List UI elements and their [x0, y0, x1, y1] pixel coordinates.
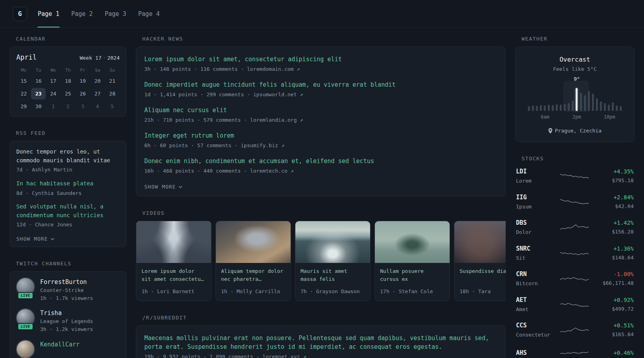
weather-bar-fill [616, 105, 618, 111]
weather-bar [619, 86, 623, 111]
feed-post-title[interactable]: Donec enim nibh, condimentum et accumsan… [144, 157, 497, 166]
video-card[interactable]: Suspendisse diam18h · Tara [454, 221, 506, 301]
hn-show-more-button[interactable]: SHOW MORE [144, 184, 182, 190]
rss-item-meta: 7d · Ashlyn Martin [16, 166, 120, 174]
weather-location-row: Prague, Czechia [523, 128, 627, 134]
calendar-weekday: Fr [76, 68, 90, 73]
feed-post-domain[interactable]: ipsumify.biz ↗ [241, 142, 285, 148]
rss-item-title[interactable]: Donec tempor eros leo, ut commodo mauris… [16, 148, 120, 165]
feed-post-title[interactable]: Lorem ipsum dolor sit amet, consectetur … [144, 55, 497, 64]
stock-row[interactable]: IIGIpsum+2.84%$42.04 [516, 194, 634, 211]
video-card-body: Mauris sit amet massa felis7h · Grayson … [295, 263, 370, 301]
weather-bar [539, 86, 543, 111]
video-title[interactable]: Nullam posuere cursus ex [380, 267, 444, 284]
weather-time-label: 2pm [572, 114, 581, 120]
stock-row[interactable]: SNRCSit+1.36%$148.64 [516, 245, 634, 262]
live-badge: LIVE [17, 323, 33, 330]
video-card[interactable]: Aliquam tempor dolor nec pharetra…1h · M… [215, 221, 291, 301]
video-title[interactable]: Suspendisse diam [460, 267, 506, 284]
video-card[interactable]: Lorem ipsum dolor sit amet consectetu…1h… [136, 221, 211, 301]
right-column: WEATHER Overcast Feels like 5°C 9° 6am2p… [515, 36, 634, 358]
weather-bar [607, 86, 611, 111]
tab-page-4[interactable]: Page 4 [132, 0, 166, 27]
feed-post: Aliquam nec cursus elit21h · 710 points … [144, 106, 497, 124]
show-more-label: SHOW MORE [144, 184, 176, 190]
stock-row[interactable]: CCSConsectetur+0.51%$165.84 [516, 322, 634, 339]
video-card[interactable]: Mauris sit amet massa felis7h · Grayson … [295, 221, 370, 301]
feed-post-domain[interactable]: loremtech.co ↗ [250, 168, 294, 174]
feed-post: Donec enim nibh, condimentum et accumsan… [144, 157, 497, 175]
feed-post-title[interactable]: Aliquam nec cursus elit [144, 106, 497, 115]
chevron-down-icon [50, 238, 54, 240]
feed-post-domain[interactable]: loremdomain.com ↗ [247, 66, 300, 72]
rss-item-title[interactable]: In hac habitasse platea [16, 179, 120, 188]
twitch-channel-name[interactable]: ForrestBurton [40, 278, 93, 286]
stock-change: +1.42% [596, 220, 634, 226]
rss-card: Donec tempor eros leo, ut commodo mauris… [10, 141, 126, 247]
video-title[interactable]: Mauris sit amet massa felis [301, 267, 365, 284]
video-card-body: Lorem ipsum dolor sit amet consectetu…1h… [136, 263, 211, 301]
feed-post-domain[interactable]: loremnet.xyz ↗ [262, 354, 306, 358]
weather-feels-like: Feels like 5°C [523, 66, 627, 72]
twitch-list: LIVEForrestBurtonCounter-Strike1h · 1.7k… [16, 278, 120, 358]
tab-page-1[interactable]: Page 1 [32, 0, 65, 27]
external-link-icon: ↗ [303, 354, 306, 358]
stock-sparkline [553, 222, 596, 233]
rss-item-meta: 8d · Cynthia Saunders [16, 189, 120, 197]
stock-row[interactable]: CRNBitcorn-1.00%$66,171.48 [516, 270, 634, 288]
weather-bar [571, 86, 575, 111]
left-column: CALENDAR April Week 17·2024 MoTuWeThFrSa… [10, 36, 126, 358]
rss-item-title[interactable]: Sed volutpat nulla nisl, a condimentum n… [16, 202, 120, 220]
weather-bar-fill [592, 93, 594, 111]
tab-page-2[interactable]: Page 2 [65, 0, 99, 27]
video-thumbnail [295, 221, 370, 263]
weather-bar-fill [608, 105, 610, 111]
weather-bar-fill [564, 104, 566, 111]
calendar-header: April Week 17·2024 [16, 53, 120, 61]
stock-row[interactable]: LDILorem+4.35%$795.18 [516, 168, 634, 185]
calendar-weekday: Mo [16, 68, 31, 73]
rss-show-more-button[interactable]: SHOW MORE [16, 236, 54, 242]
stock-sparkline [553, 274, 596, 284]
feed-post-domain[interactable]: loremlandia.org ↗ [250, 117, 303, 123]
twitch-channel-info: KendallCarr [40, 340, 80, 358]
twitch-section-title: TWITCH CHANNELS [16, 261, 126, 267]
stock-price: $156.28 [596, 228, 634, 236]
weather-bar-fill [568, 103, 570, 111]
tab-page-3[interactable]: Page 3 [99, 0, 132, 27]
stock-values: +1.36%$148.64 [596, 245, 634, 262]
separator-dot: · [103, 54, 106, 61]
stock-symbol: AHS [516, 349, 553, 356]
feed-post-title[interactable]: Integer eget rutrum lorem [144, 131, 497, 140]
stock-row[interactable]: DBSDolor+1.42%$156.28 [516, 219, 634, 236]
calendar-day: 27 [90, 88, 105, 99]
stock-sparkline-chart [560, 274, 589, 284]
stock-row[interactable]: AHS+0.46% [516, 348, 634, 358]
feed-post: Integer eget rutrum lorem6h · 60 points … [144, 131, 497, 149]
feed-post-domain[interactable]: ipsumworld.net ↗ [253, 91, 303, 97]
twitch-channel-meta: 1h · 1.7k viewers [40, 294, 93, 302]
weather-bar-fill [560, 105, 562, 111]
feed-post-title[interactable]: Maecenas mollis pulvinar erat non posuer… [144, 334, 497, 352]
weather-bar [591, 86, 595, 111]
calendar-day: 19 [76, 75, 90, 87]
calendar-day: 24 [46, 88, 60, 99]
video-card[interactable]: Nullam posuere cursus ex17h · Stefan Col… [374, 221, 450, 301]
hn-list: Lorem ipsum dolor sit amet, consectetur … [144, 55, 497, 175]
stock-symbol: CRN [516, 270, 553, 278]
feed-post-title[interactable]: Donec imperdiet augue tincidunt felis al… [144, 80, 497, 90]
feed-post-meta-text: 16h · 468 points · 440 comments · [144, 168, 250, 174]
stock-name: Ipsum [516, 203, 553, 211]
twitch-channel-name[interactable]: Trisha [40, 309, 93, 317]
videos-widget: VIDEOS Lorem ipsum dolor sit amet consec… [136, 210, 506, 301]
video-title[interactable]: Aliquam tempor dolor nec pharetra… [221, 267, 285, 284]
twitch-channel-name[interactable]: KendallCarr [40, 341, 80, 348]
app-logo[interactable]: G [13, 7, 27, 21]
weather-bar-fill [596, 98, 598, 111]
stock-info: DBSDolor [516, 219, 553, 236]
weather-card: Overcast Feels like 5°C 9° 6am2pm10pm Pr… [515, 47, 634, 142]
stock-price: $42.04 [596, 202, 634, 210]
stock-row[interactable]: AETAmet+0.92%$499.72 [516, 296, 634, 313]
video-title[interactable]: Lorem ipsum dolor sit amet consectetu… [142, 267, 206, 284]
feed-post-meta-text: 21h · 710 points · 579 comments · [144, 117, 250, 123]
